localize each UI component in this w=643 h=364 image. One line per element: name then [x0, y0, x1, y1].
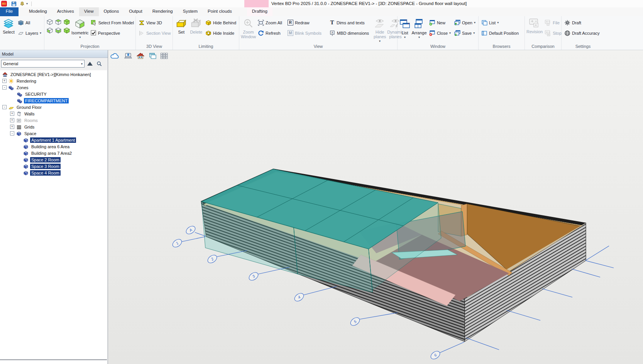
viewport-toolbar [110, 51, 168, 61]
mbd-dimensions-icon [329, 30, 335, 36]
window-open-button[interactable]: Open▾ [453, 17, 477, 28]
window-new-button[interactable]: New [428, 17, 452, 28]
window-save-button[interactable]: Save▾ [453, 28, 477, 38]
tree-row-grids[interactable]: + Grids [0, 124, 107, 130]
default-position-icon [481, 30, 487, 36]
tree-row-building-area-6[interactable]: Building area 6 Area [0, 143, 107, 150]
expander-icon[interactable]: + [10, 125, 14, 129]
zoom-all-button[interactable]: Zoom All [257, 17, 283, 28]
section-view-icon [139, 30, 145, 36]
hide-behind-button[interactable]: Hide Behind [204, 17, 237, 28]
tab-drafting[interactable]: Drafting [247, 7, 272, 16]
group-label: Window [398, 44, 478, 50]
select-from-model-button[interactable]: Select From Model [90, 17, 135, 28]
gear-icon [564, 20, 570, 26]
layers-button[interactable]: Layers▾ [17, 28, 42, 38]
collapse-all-button[interactable] [86, 60, 94, 67]
tab-archives[interactable]: Archives [52, 7, 79, 16]
expander-icon[interactable]: + [2, 79, 7, 83]
projection-view-5-button[interactable] [54, 27, 62, 34]
tree-row-space[interactable]: - Space [0, 130, 107, 137]
all-button[interactable]: All [17, 17, 42, 28]
dims-and-texts-button[interactable]: T Dims and texts [328, 17, 370, 28]
expander-icon[interactable]: - [2, 105, 7, 109]
group-label: Limiting [173, 44, 239, 50]
all-layers-icon [18, 20, 24, 26]
tab-file[interactable]: File [0, 7, 19, 16]
tree-row-building-area-7[interactable]: Building area 7 Area2 [0, 150, 107, 156]
dims-texts-icon: T [329, 19, 335, 26]
window-close-button[interactable]: Close▾ [428, 28, 452, 38]
view-3d-button[interactable]: View 3D [137, 17, 172, 28]
tab-point-clouds[interactable]: Point clouds [203, 7, 237, 16]
projection-view-3-button[interactable] [63, 18, 71, 26]
notifications-icon[interactable] [20, 1, 25, 6]
tab-rendering[interactable]: Rendering [147, 7, 178, 16]
tile-windows-icon[interactable] [160, 52, 168, 59]
tab-view[interactable]: View [79, 7, 99, 16]
group-3d-view: View 3D Section View 3D View [136, 16, 173, 50]
tree-filter-dropdown[interactable]: General▾ [1, 60, 85, 68]
draft-button[interactable]: Draft [563, 17, 601, 28]
default-position-button[interactable]: Default Position [480, 28, 520, 38]
app-logo-icon[interactable]: BD [1, 1, 7, 7]
tree-row-rooms[interactable]: + Rooms [0, 117, 107, 124]
expander-icon[interactable]: + [10, 112, 14, 116]
space-cube-icon [23, 144, 29, 149]
expander-icon[interactable]: - [2, 85, 7, 90]
cascade-windows-icon[interactable] [148, 52, 157, 59]
mbd-dimensions-button[interactable]: MBD dimensions [328, 28, 370, 38]
tree-row-ground-floor[interactable]: - Ground Floor [0, 104, 107, 110]
ribbon-tab-bar: File Modeling Archives View Options Outp… [0, 7, 643, 16]
tree-row-zones[interactable]: - Zones [0, 84, 107, 91]
select-button[interactable]: Select [2, 17, 16, 34]
viewport-3d[interactable]: A 1 2 3 4 5 6 [108, 50, 643, 364]
tree-row-security[interactable]: SECURITY [0, 91, 107, 97]
hide-inside-button[interactable]: Hide Inside [204, 28, 237, 38]
quick-access-caret-icon[interactable]: ▾ [26, 2, 28, 5]
refresh-icon [258, 30, 264, 36]
tree-row-rendering[interactable]: + Rendering [0, 78, 107, 84]
tab-system[interactable]: System [178, 7, 203, 16]
window-arrange-button[interactable]: Arrange▾ [411, 17, 427, 40]
save-icon[interactable] [11, 1, 17, 7]
group-label: Comparison [525, 44, 561, 50]
perspective-checkbox[interactable]: Perspective [90, 28, 135, 38]
tab-options[interactable]: Options [99, 7, 124, 16]
panel-resize-strip[interactable] [0, 359, 107, 364]
refresh-button[interactable]: Refresh [257, 28, 283, 38]
set-button[interactable]: Set [174, 17, 188, 34]
browsers-list-button[interactable]: List▾ [480, 17, 520, 28]
group-label: Settings [562, 44, 604, 50]
tree-row-space-4[interactable]: Space 4 Room [0, 169, 107, 176]
projection-view-1-button[interactable] [46, 18, 54, 26]
group-label: Browsers [479, 44, 525, 50]
projection-view-6-button[interactable] [63, 27, 71, 34]
blink-symbols-button: M Blink Symbols [286, 28, 323, 38]
group-projection: Isometric▾ Select From Model Perspective… [44, 16, 136, 50]
tree-row-walls[interactable]: + Walls [0, 110, 107, 117]
home-icon[interactable] [136, 52, 145, 59]
tree-row-root[interactable]: ZONESPACE [REV1->][Kimmo Honkanen] [0, 71, 107, 78]
zones-icon [8, 85, 14, 90]
expander-icon[interactable]: + [10, 118, 14, 122]
space-cube-icon [23, 137, 29, 143]
tree-row-space-2[interactable]: Space 2 Room [0, 156, 107, 163]
zoom-window-icon [243, 18, 254, 29]
isometric-button[interactable]: Isometric▾ [71, 17, 89, 40]
model-3d-scene[interactable]: A 1 2 3 4 5 6 [108, 50, 643, 364]
tab-output[interactable]: Output [124, 7, 147, 16]
tree-row-firecompartment[interactable]: FIRECOMPARTMENT [0, 97, 107, 104]
secure-session-icon[interactable] [124, 52, 133, 59]
tree-row-apartment-1[interactable]: Apartment 1 Apartment [0, 137, 107, 143]
expander-icon[interactable]: - [10, 131, 14, 135]
draft-accuracy-button[interactable]: Draft Accuracy [563, 28, 601, 38]
projection-view-4-button[interactable] [46, 27, 54, 34]
tab-modeling[interactable]: Modeling [24, 7, 52, 16]
hide-behind-icon [205, 20, 212, 26]
cloud-icon[interactable] [110, 52, 120, 59]
projection-view-2-button[interactable] [54, 18, 62, 26]
tree-row-space-3[interactable]: Space 3 Room [0, 163, 107, 169]
tree-search-button[interactable] [95, 60, 103, 67]
redraw-button[interactable]: R Redraw [286, 17, 323, 28]
